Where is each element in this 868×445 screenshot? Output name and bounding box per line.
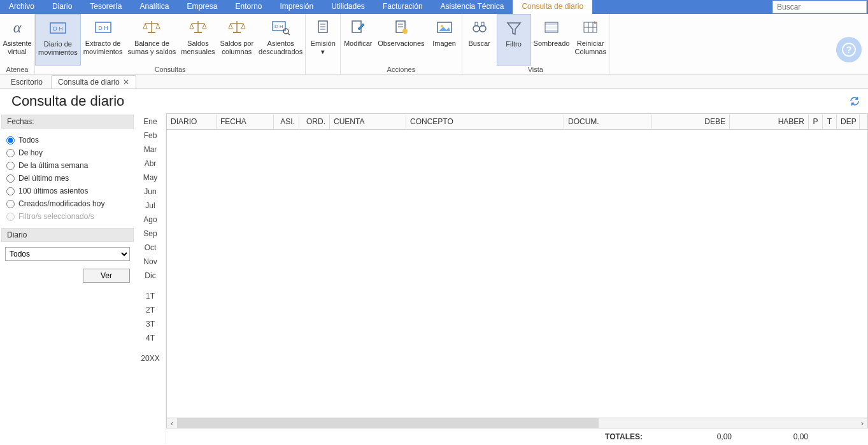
month-jul[interactable]: Jul (135, 199, 166, 213)
menu-tesoreria[interactable]: Tesorería (81, 0, 131, 14)
menu-asistencia[interactable]: Asistencia Técnica (432, 0, 513, 14)
radio-label: Filtro/s seleccionado/s (18, 212, 94, 221)
column-concepto[interactable]: CONCEPTO (406, 115, 564, 129)
column-debe[interactable]: DEBE (652, 115, 730, 129)
menu-empresa[interactable]: Empresa (178, 0, 226, 14)
ribbon-alpha-button[interactable]: αAsistentevirtual (0, 14, 34, 66)
column-dep[interactable]: DEP (837, 115, 860, 129)
svg-text:D H: D H (53, 25, 63, 32)
fecha-radio[interactable]: Del último mes (6, 172, 129, 185)
column-cuenta[interactable]: CUENTA (330, 115, 406, 129)
menu-analitica[interactable]: Analítica (131, 0, 178, 14)
quarter-3T[interactable]: 3T (135, 317, 166, 331)
help-button[interactable]: ? (836, 37, 862, 62)
month-dic[interactable]: Dic (135, 269, 166, 283)
dh-icon: D H (93, 18, 113, 36)
scroll-right-icon[interactable]: › (857, 419, 867, 428)
radio-input[interactable] (6, 200, 15, 208)
fecha-radio[interactable]: Creados/modificados hoy (6, 197, 129, 210)
close-icon[interactable]: ✕ (123, 78, 129, 87)
ribbon-grid-button[interactable]: ReiniciarColumnas (572, 14, 609, 66)
year-button[interactable]: 20XX (135, 351, 166, 365)
month-oct[interactable]: Oct (135, 241, 166, 255)
month-mar[interactable]: Mar (135, 143, 166, 157)
menu-archivo[interactable]: Archivo (0, 0, 43, 14)
ribbon-group: αAsistentevirtualAtenea (0, 14, 35, 74)
scroll-track[interactable] (177, 418, 857, 428)
ribbon-doc-note-button[interactable]: Observaciones (375, 14, 427, 66)
ribbon-funnel-button[interactable]: Filtro (497, 14, 531, 66)
column-asi[interactable]: ASI. (274, 115, 299, 129)
ribbon-group-label: Acciones (341, 66, 461, 74)
scroll-thumb[interactable] (177, 418, 599, 428)
ribbon-rows-button[interactable]: Sombreado (531, 14, 573, 66)
horizontal-scrollbar[interactable]: ‹ › (166, 418, 868, 428)
ribbon-button-label: Buscar (468, 39, 490, 48)
month-ago[interactable]: Ago (135, 213, 166, 227)
fecha-radio: Filtro/s seleccionado/s (6, 210, 129, 223)
month-abr[interactable]: Abr (135, 157, 166, 171)
fecha-radio[interactable]: Todos (6, 134, 129, 146)
ribbon-scale-button[interactable]: Saldos porcolumnas (218, 14, 257, 66)
radio-input[interactable] (6, 136, 15, 145)
tab-escritorio[interactable]: Escritorio (4, 75, 50, 88)
ribbon-button-label: Columnas (574, 48, 606, 56)
month-jun[interactable]: Jun (135, 185, 166, 199)
refresh-button[interactable] (849, 95, 860, 107)
menu-utilidades[interactable]: Utilidades (322, 0, 374, 14)
svg-text:D H: D H (98, 25, 108, 31)
radio-input[interactable] (6, 187, 15, 195)
column-p[interactable]: P (809, 115, 823, 129)
radio-input[interactable] (6, 162, 15, 170)
search-input[interactable] (772, 1, 867, 13)
column-haber[interactable]: HABER (730, 115, 809, 129)
menu-entorno[interactable]: Entorno (226, 0, 271, 14)
column-fecha[interactable]: FECHA (217, 115, 274, 129)
radio-input[interactable] (6, 174, 15, 183)
ribbon-scale-button[interactable]: Saldosmensuales (178, 14, 217, 66)
fecha-radio[interactable]: De hoy (6, 146, 129, 159)
month-feb[interactable]: Feb (135, 129, 166, 143)
svg-rect-35 (545, 30, 558, 32)
ribbon-doc-button[interactable]: Emisión▾ (306, 14, 340, 73)
ribbon-doc-edit-button[interactable]: Modificar (341, 14, 375, 66)
ribbon-image-button[interactable]: Imagen (427, 14, 462, 66)
ver-button[interactable]: Ver (83, 269, 130, 283)
month-may[interactable]: May (135, 171, 166, 185)
fecha-radio[interactable]: De la última semana (6, 159, 129, 172)
svg-rect-34 (545, 26, 558, 29)
diario-select[interactable]: Todos (5, 247, 130, 261)
menu-diario[interactable]: Diario (43, 0, 81, 14)
scroll-left-icon[interactable]: ‹ (167, 419, 177, 428)
ribbon-dh-button[interactable]: D HExtracto demovimientos (81, 14, 125, 66)
main-menubar: Archivo Diario Tesorería Analítica Empre… (0, 0, 868, 14)
quarter-1T[interactable]: 1T (135, 289, 166, 303)
menu-consulta-diario[interactable]: Consulta de diario (513, 0, 592, 14)
ribbon-button-label: virtual (8, 48, 26, 56)
column-t[interactable]: T (823, 115, 837, 129)
menu-impresion[interactable]: Impresión (271, 0, 322, 14)
grid-header: DIARIOFECHAASI.ORD.CUENTACONCEPTODOCUM.D… (166, 113, 868, 130)
menu-facturacion[interactable]: Facturación (374, 0, 432, 14)
quarter-4T[interactable]: 4T (135, 331, 166, 345)
month-ene[interactable]: Ene (135, 115, 166, 129)
column-ord[interactable]: ORD. (299, 115, 330, 129)
month-nov[interactable]: Nov (135, 255, 166, 269)
ribbon-group-label: Atenea (0, 66, 34, 74)
funnel-icon (504, 19, 524, 37)
radio-label: De la última semana (18, 161, 88, 170)
month-sep[interactable]: Sep (135, 227, 166, 241)
grid-body[interactable] (166, 130, 868, 418)
help-icon: ? (841, 42, 857, 57)
quarter-2T[interactable]: 2T (135, 303, 166, 317)
ribbon-scale-button[interactable]: Balance desumas y saldos (125, 14, 179, 66)
radio-label: De hoy (18, 148, 43, 157)
ribbon-dh-button[interactable]: D HDiario demovimientos (35, 14, 81, 66)
ribbon-binoculars-button[interactable]: Buscar (462, 14, 497, 66)
column-docum[interactable]: DOCUM. (564, 115, 652, 129)
radio-input[interactable] (6, 149, 15, 157)
tab-consulta-diario[interactable]: Consulta de diario✕ (51, 75, 136, 88)
column-diario[interactable]: DIARIO (167, 115, 217, 129)
fecha-radio[interactable]: 100 últimos asientos (6, 185, 129, 197)
ribbon-dh-search-button[interactable]: D HAsientosdescuadrados (256, 14, 305, 66)
